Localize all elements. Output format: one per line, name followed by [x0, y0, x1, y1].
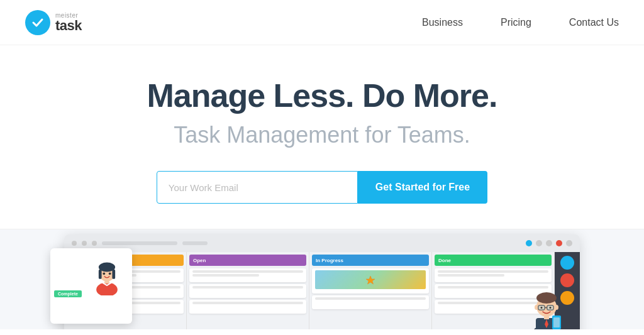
- svg-point-0: [96, 282, 118, 295]
- girl-avatar: [88, 248, 126, 295]
- logo-task-text: task: [55, 19, 82, 33]
- logo-icon: [25, 10, 50, 35]
- hero-section: Manage Less. Do More. Task Management fo…: [0, 45, 644, 229]
- topbar-icon-2: [546, 240, 552, 246]
- svg-point-6: [103, 272, 106, 275]
- svg-point-22: [541, 307, 543, 309]
- svg-rect-4: [99, 270, 102, 279]
- col-inprogress-label: In Progress: [316, 258, 343, 263]
- col-done-label: Done: [438, 258, 451, 263]
- col-header-open: Open: [189, 255, 306, 266]
- svg-rect-25: [553, 317, 560, 327]
- card-line: [192, 302, 303, 304]
- card-line-short: [192, 274, 259, 277]
- preview-inner: Complete: [0, 229, 644, 329]
- svg-marker-8: [366, 276, 375, 284]
- col-header-inprogress: In Progress: [312, 255, 429, 266]
- nav-business[interactable]: Business: [422, 17, 463, 28]
- svg-point-7: [109, 272, 111, 275]
- topbar-icon-1: [536, 240, 542, 246]
- cta-area: Get Started for Free: [157, 171, 487, 204]
- topbar-icon-3: [556, 240, 562, 246]
- app-preview: Complete: [0, 229, 644, 329]
- header: meister task Business Pricing Contact Us: [0, 0, 644, 45]
- svg-point-14: [536, 292, 557, 304]
- floating-card-left: Complete: [50, 248, 132, 324]
- cta-button[interactable]: Get Started for Free: [358, 171, 487, 204]
- card-line: [192, 270, 303, 273]
- kanban-inprogress: In Progress: [309, 252, 432, 329]
- card-inprogress-img: [312, 268, 429, 294]
- card-open-1: [189, 268, 306, 282]
- hero-headline: Manage Less. Do More.: [147, 77, 497, 114]
- complete-badge: Complete: [54, 290, 82, 297]
- app-content: Inbox Open I: [64, 252, 580, 329]
- col-header-done: Done: [435, 255, 552, 266]
- topbar-address-bar: [102, 241, 177, 245]
- topbar-dot-1: [72, 241, 77, 246]
- topbar-extra-bar: [182, 241, 208, 245]
- svg-point-16: [555, 305, 558, 310]
- card-open-3: [189, 300, 306, 314]
- topbar-dot-3: [92, 241, 97, 246]
- star-icon: [364, 275, 377, 285]
- card-open-2: [189, 284, 306, 298]
- card-line: [315, 297, 426, 300]
- svg-point-15: [535, 305, 538, 310]
- topbar-status-dot: [526, 240, 532, 246]
- col-open-label: Open: [193, 258, 206, 263]
- kanban-open: Open: [187, 252, 309, 329]
- topbar-icon-4: [566, 240, 572, 246]
- main-nav: Business Pricing Contact Us: [422, 17, 619, 28]
- nav-pricing[interactable]: Pricing: [501, 17, 531, 28]
- card-inprogress-2: [312, 295, 429, 309]
- floating-char-right: [525, 279, 569, 329]
- card-line-short: [438, 274, 504, 277]
- app-window: Inbox Open I: [64, 234, 580, 329]
- guy-avatar: [525, 279, 569, 329]
- sidebar-avatar-1: [560, 256, 574, 270]
- card-line: [192, 286, 303, 288]
- nav-contact[interactable]: Contact Us: [569, 17, 619, 28]
- app-topbar: [64, 234, 580, 252]
- hero-subheadline: Task Management for Teams.: [174, 122, 470, 148]
- topbar-dot-2: [82, 241, 87, 246]
- logo-area[interactable]: meister task: [25, 10, 82, 35]
- email-input[interactable]: [157, 171, 358, 204]
- card-line: [438, 270, 548, 273]
- svg-rect-5: [113, 270, 116, 279]
- svg-point-23: [550, 307, 552, 309]
- logo-text: meister task: [55, 13, 82, 33]
